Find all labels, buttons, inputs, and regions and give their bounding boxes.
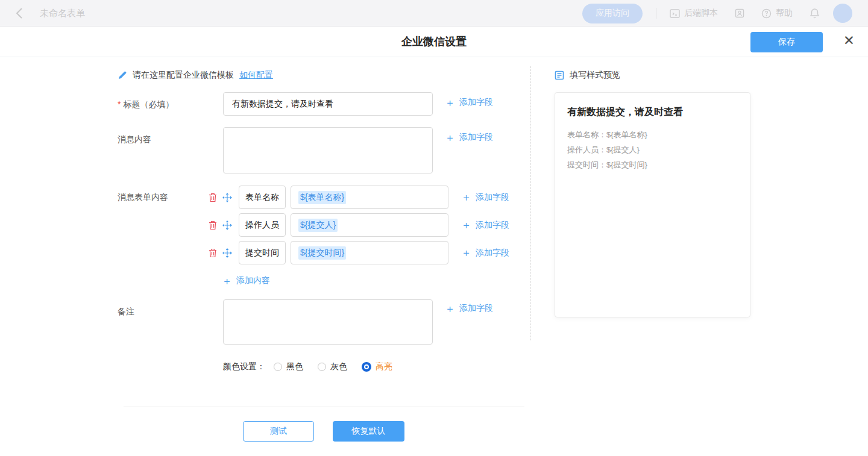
plus-icon: ＋ <box>445 98 455 108</box>
bottom-divider <box>124 407 524 407</box>
pencil-icon <box>118 70 127 80</box>
preview-header: 填写样式预览 <box>555 70 620 81</box>
radio-black[interactable]: 黑色 <box>274 361 303 372</box>
move-icon[interactable] <box>222 193 232 202</box>
save-button[interactable]: 保存 <box>750 32 823 52</box>
help-item[interactable]: 帮助 <box>761 8 793 19</box>
remark-textarea[interactable] <box>223 299 433 345</box>
help-icon <box>761 8 772 19</box>
variable-token: ${表单名称} <box>298 191 346 204</box>
test-button[interactable]: 测试 <box>243 421 314 442</box>
plus-icon: ＋ <box>222 276 232 286</box>
required-mark: * <box>118 99 121 109</box>
backend-script-item[interactable]: 后端脚本 <box>670 8 718 19</box>
radio-icon <box>274 363 282 371</box>
color-setting-label: 颜色设置： <box>223 361 265 372</box>
move-icon[interactable] <box>222 220 232 230</box>
move-icon[interactable] <box>222 248 232 258</box>
hint-text: 请在这里配置企业微信模板 <box>133 70 234 81</box>
title-input[interactable] <box>223 92 433 116</box>
plus-icon: ＋ <box>461 248 471 258</box>
plus-icon: ＋ <box>445 304 455 314</box>
trash-icon[interactable] <box>209 248 217 258</box>
preview-line: 操作人员：${提交人} <box>567 142 738 157</box>
bell-icon[interactable] <box>810 8 820 19</box>
add-field-link-row2[interactable]: ＋ 添加字段 <box>461 220 509 231</box>
modal-header: 企业微信设置 保存 ✕ <box>0 27 868 57</box>
form-content-row: ${提交人} ＋ 添加字段 <box>209 213 509 237</box>
id-card-item[interactable] <box>735 8 744 18</box>
script-icon <box>670 9 680 18</box>
restore-default-button[interactable]: 恢复默认 <box>333 421 404 442</box>
add-field-link-title[interactable]: ＋ 添加字段 <box>445 97 493 108</box>
add-content-link[interactable]: ＋ 添加内容 <box>222 275 270 286</box>
row-value-input[interactable]: ${提交人} <box>291 213 448 237</box>
document-icon <box>555 70 564 80</box>
help-label: 帮助 <box>776 8 793 19</box>
plus-icon: ＋ <box>445 133 455 143</box>
app-access-button[interactable]: 应用访问 <box>582 4 643 23</box>
row-key-input[interactable] <box>239 241 286 264</box>
radio-gray[interactable]: 灰色 <box>318 361 347 372</box>
row-key-input[interactable] <box>239 213 286 237</box>
vertical-dashed-divider <box>530 66 531 340</box>
message-content-label: 消息内容 <box>118 134 151 145</box>
modal-title: 企业微信设置 <box>0 27 868 57</box>
form-content-label: 消息表单内容 <box>118 192 168 203</box>
form-content-row: ${表单名称} ＋ 添加字段 <box>209 186 509 209</box>
variable-token: ${提交人} <box>298 219 338 232</box>
row-value-input[interactable]: ${提交时间} <box>291 241 448 264</box>
close-icon[interactable]: ✕ <box>843 34 855 48</box>
config-hint-row: 请在这里配置企业微信模板 如何配置 <box>118 70 273 81</box>
plus-icon: ＋ <box>461 220 471 230</box>
how-to-configure-link[interactable]: 如何配置 <box>239 70 273 81</box>
backend-script-label: 后端脚本 <box>684 8 718 19</box>
row-key-input[interactable] <box>239 186 286 209</box>
preview-line: 提交时间：${提交时间} <box>567 157 738 172</box>
add-field-link-message[interactable]: ＋ 添加字段 <box>445 132 493 143</box>
variable-token: ${提交时间} <box>298 246 346 260</box>
title-field-label: *标题（必填） <box>118 99 174 110</box>
radio-selected-icon <box>362 362 371 372</box>
preview-title: 有新数据提交，请及时查看 <box>567 106 738 119</box>
preview-line: 表单名称：${表单名称} <box>567 127 738 142</box>
topbar-divider <box>656 8 656 19</box>
plus-icon: ＋ <box>461 192 471 202</box>
radio-icon <box>318 363 326 371</box>
form-title: 未命名表单 <box>40 8 85 19</box>
remark-label: 备注 <box>118 307 134 317</box>
wechat-settings-modal: 企业微信设置 保存 ✕ 请在这里配置企业微信模板 如何配置 *标题（必填） ＋ … <box>0 27 868 456</box>
add-field-link-row3[interactable]: ＋ 添加字段 <box>461 248 509 258</box>
color-setting-row: 颜色设置： 黑色 灰色 高亮 <box>223 361 392 372</box>
topbar: 未命名表单 应用访问 后端脚本 帮助 <box>0 0 868 27</box>
add-field-link-remark[interactable]: ＋ 添加字段 <box>445 303 493 314</box>
modal-body: 请在这里配置企业微信模板 如何配置 *标题（必填） ＋ 添加字段 消息内容 ＋ … <box>0 57 868 456</box>
add-field-link-row1[interactable]: ＋ 添加字段 <box>461 192 509 203</box>
radio-highlight[interactable]: 高亮 <box>362 361 392 372</box>
back-icon[interactable] <box>16 8 23 19</box>
preview-card: 有新数据提交，请及时查看 表单名称：${表单名称} 操作人员：${提交人} 提交… <box>555 92 750 317</box>
form-content-row: ${提交时间} ＋ 添加字段 <box>209 241 509 264</box>
preview-header-label: 填写样式预览 <box>570 70 620 81</box>
row-value-input[interactable]: ${表单名称} <box>291 186 448 209</box>
user-avatar[interactable] <box>833 4 852 23</box>
message-content-textarea[interactable] <box>223 127 433 173</box>
id-card-icon <box>735 8 744 18</box>
trash-icon[interactable] <box>209 220 217 230</box>
trash-icon[interactable] <box>209 193 217 202</box>
